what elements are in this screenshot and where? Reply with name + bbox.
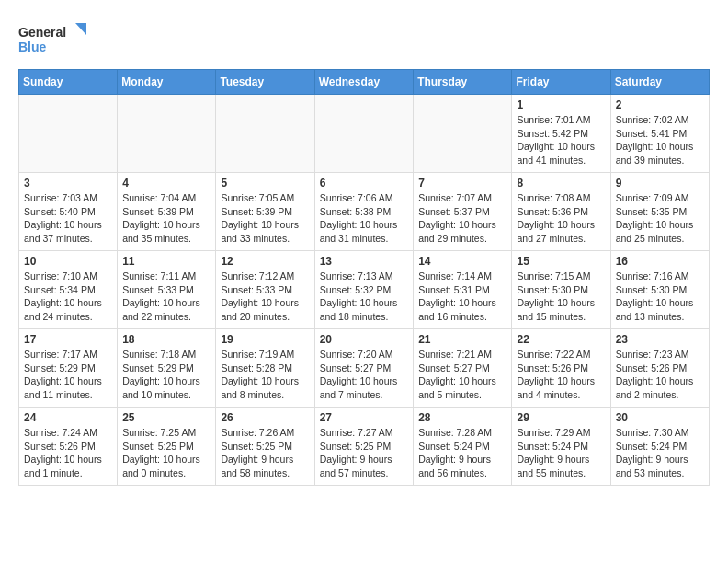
day-number: 6 [320,177,409,190]
day-number: 10 [24,255,112,268]
calendar-cell: 29Sunrise: 7:29 AM Sunset: 5:24 PM Dayli… [512,408,610,486]
calendar-cell: 9Sunrise: 7:09 AM Sunset: 5:35 PM Daylig… [610,173,709,251]
calendar-cell [314,95,414,173]
day-info: Sunrise: 7:27 AM Sunset: 5:25 PM Dayligh… [320,426,409,480]
day-number: 15 [517,255,605,268]
day-info: Sunrise: 7:24 AM Sunset: 5:26 PM Dayligh… [24,426,112,480]
day-number: 22 [517,333,605,346]
day-info: Sunrise: 7:03 AM Sunset: 5:40 PM Dayligh… [24,191,112,246]
day-number: 3 [24,177,112,190]
weekday-header-thursday: Thursday [414,70,512,95]
day-info: Sunrise: 7:28 AM Sunset: 5:24 PM Dayligh… [418,426,506,480]
day-number: 21 [418,333,506,346]
calendar-cell: 1Sunrise: 7:01 AM Sunset: 5:42 PM Daylig… [512,95,610,173]
calendar-cell: 5Sunrise: 7:05 AM Sunset: 5:39 PM Daylig… [216,173,314,251]
day-info: Sunrise: 7:13 AM Sunset: 5:32 PM Dayligh… [320,270,409,324]
calendar-cell: 28Sunrise: 7:28 AM Sunset: 5:24 PM Dayli… [414,408,512,486]
day-number: 18 [122,333,210,346]
day-info: Sunrise: 7:04 AM Sunset: 5:39 PM Dayligh… [122,191,210,246]
calendar-cell: 19Sunrise: 7:19 AM Sunset: 5:28 PM Dayli… [216,329,314,408]
day-number: 2 [616,98,704,111]
day-number: 12 [221,255,309,268]
day-info: Sunrise: 7:07 AM Sunset: 5:37 PM Dayligh… [418,191,506,246]
day-info: Sunrise: 7:22 AM Sunset: 5:26 PM Dayligh… [517,348,605,402]
day-info: Sunrise: 7:26 AM Sunset: 5:25 PM Dayligh… [221,426,309,480]
day-number: 30 [616,411,704,424]
calendar-week-row-2: 3Sunrise: 7:03 AM Sunset: 5:40 PM Daylig… [19,173,710,251]
weekday-header-row: SundayMondayTuesdayWednesdayThursdayFrid… [19,70,710,95]
calendar-cell: 17Sunrise: 7:17 AM Sunset: 5:29 PM Dayli… [19,329,118,408]
day-number: 29 [517,411,605,424]
weekday-header-wednesday: Wednesday [314,70,414,95]
day-number: 28 [418,411,506,424]
calendar-week-row-1: 1Sunrise: 7:01 AM Sunset: 5:42 PM Daylig… [19,95,710,173]
svg-text:General: General [18,25,66,40]
weekday-header-tuesday: Tuesday [216,70,314,95]
calendar-week-row-4: 17Sunrise: 7:17 AM Sunset: 5:29 PM Dayli… [19,329,710,408]
day-info: Sunrise: 7:01 AM Sunset: 5:42 PM Dayligh… [517,113,605,167]
calendar-week-row-5: 24Sunrise: 7:24 AM Sunset: 5:26 PM Dayli… [19,408,710,486]
day-info: Sunrise: 7:11 AM Sunset: 5:33 PM Dayligh… [122,270,210,324]
calendar-cell: 20Sunrise: 7:20 AM Sunset: 5:27 PM Dayli… [314,329,414,408]
day-number: 17 [24,333,112,346]
day-number: 5 [221,177,309,190]
day-info: Sunrise: 7:05 AM Sunset: 5:39 PM Dayligh… [221,191,309,246]
day-number: 11 [122,255,210,268]
day-info: Sunrise: 7:30 AM Sunset: 5:24 PM Dayligh… [616,426,704,480]
day-number: 27 [320,411,409,424]
calendar-cell: 11Sunrise: 7:11 AM Sunset: 5:33 PM Dayli… [118,251,216,329]
day-number: 9 [616,177,704,190]
calendar-cell: 30Sunrise: 7:30 AM Sunset: 5:24 PM Dayli… [610,408,709,486]
svg-text:Blue: Blue [18,40,47,54]
calendar-cell: 25Sunrise: 7:25 AM Sunset: 5:25 PM Dayli… [118,408,216,486]
calendar-cell: 21Sunrise: 7:21 AM Sunset: 5:27 PM Dayli… [414,329,512,408]
weekday-header-friday: Friday [512,70,610,95]
day-number: 20 [320,333,409,346]
weekday-header-monday: Monday [118,70,216,95]
day-info: Sunrise: 7:17 AM Sunset: 5:29 PM Dayligh… [24,348,112,402]
day-info: Sunrise: 7:18 AM Sunset: 5:29 PM Dayligh… [122,348,210,402]
logo: General Blue [18,18,92,60]
day-number: 16 [616,255,704,268]
day-info: Sunrise: 7:12 AM Sunset: 5:33 PM Dayligh… [221,270,309,324]
calendar-cell: 4Sunrise: 7:04 AM Sunset: 5:39 PM Daylig… [118,173,216,251]
day-number: 19 [221,333,309,346]
calendar-cell: 6Sunrise: 7:06 AM Sunset: 5:38 PM Daylig… [314,173,414,251]
calendar-cell: 22Sunrise: 7:22 AM Sunset: 5:26 PM Dayli… [512,329,610,408]
calendar-table: SundayMondayTuesdayWednesdayThursdayFrid… [18,69,710,486]
calendar-cell: 13Sunrise: 7:13 AM Sunset: 5:32 PM Dayli… [314,251,414,329]
calendar-cell: 14Sunrise: 7:14 AM Sunset: 5:31 PM Dayli… [414,251,512,329]
calendar-cell: 3Sunrise: 7:03 AM Sunset: 5:40 PM Daylig… [19,173,118,251]
day-info: Sunrise: 7:25 AM Sunset: 5:25 PM Dayligh… [122,426,210,480]
logo-svg: General Blue [18,18,92,60]
day-info: Sunrise: 7:08 AM Sunset: 5:36 PM Dayligh… [517,191,605,246]
day-number: 4 [122,177,210,190]
day-info: Sunrise: 7:06 AM Sunset: 5:38 PM Dayligh… [320,191,409,246]
day-number: 1 [517,98,605,111]
day-number: 13 [320,255,409,268]
weekday-header-saturday: Saturday [610,70,709,95]
day-info: Sunrise: 7:09 AM Sunset: 5:35 PM Dayligh… [616,191,704,246]
calendar-cell: 16Sunrise: 7:16 AM Sunset: 5:30 PM Dayli… [610,251,709,329]
day-info: Sunrise: 7:15 AM Sunset: 5:30 PM Dayligh… [517,270,605,324]
calendar-cell: 8Sunrise: 7:08 AM Sunset: 5:36 PM Daylig… [512,173,610,251]
calendar-cell: 23Sunrise: 7:23 AM Sunset: 5:26 PM Dayli… [610,329,709,408]
calendar-cell: 10Sunrise: 7:10 AM Sunset: 5:34 PM Dayli… [19,251,118,329]
calendar-cell [19,95,118,173]
svg-marker-2 [75,23,86,35]
calendar-week-row-3: 10Sunrise: 7:10 AM Sunset: 5:34 PM Dayli… [19,251,710,329]
calendar-cell [216,95,314,173]
calendar-cell: 26Sunrise: 7:26 AM Sunset: 5:25 PM Dayli… [216,408,314,486]
day-number: 26 [221,411,309,424]
day-number: 23 [616,333,704,346]
calendar-cell: 7Sunrise: 7:07 AM Sunset: 5:37 PM Daylig… [414,173,512,251]
day-info: Sunrise: 7:14 AM Sunset: 5:31 PM Dayligh… [418,270,506,324]
page-header: General Blue [18,18,710,60]
calendar-cell: 18Sunrise: 7:18 AM Sunset: 5:29 PM Dayli… [118,329,216,408]
calendar-cell: 12Sunrise: 7:12 AM Sunset: 5:33 PM Dayli… [216,251,314,329]
day-info: Sunrise: 7:29 AM Sunset: 5:24 PM Dayligh… [517,426,605,480]
calendar-cell: 15Sunrise: 7:15 AM Sunset: 5:30 PM Dayli… [512,251,610,329]
calendar-cell: 24Sunrise: 7:24 AM Sunset: 5:26 PM Dayli… [19,408,118,486]
day-number: 25 [122,411,210,424]
day-info: Sunrise: 7:16 AM Sunset: 5:30 PM Dayligh… [616,270,704,324]
